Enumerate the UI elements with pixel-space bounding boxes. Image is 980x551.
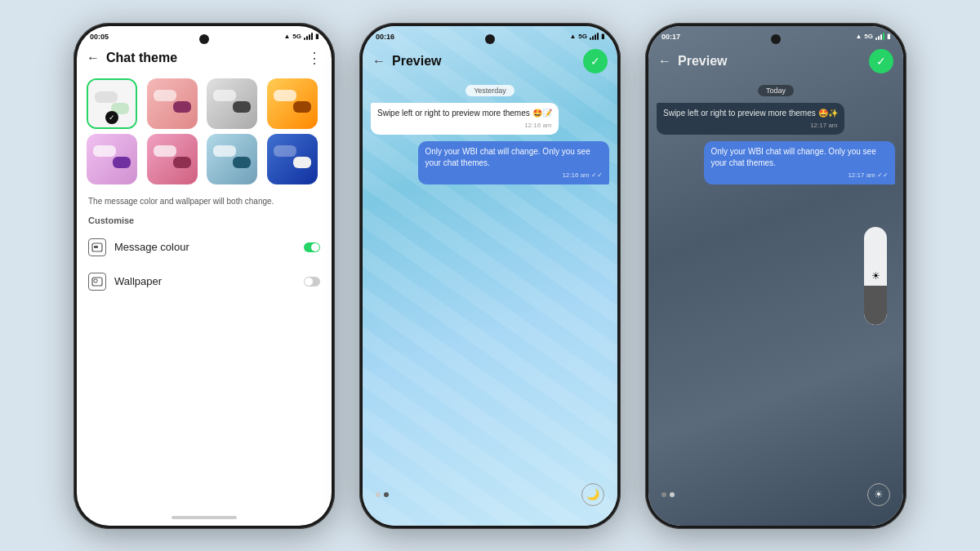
app-bar-1: ← Chat theme ⋮ <box>77 44 332 72</box>
alert-icon: ▲ <box>283 33 290 40</box>
theme-item-5[interactable] <box>147 134 198 184</box>
camera-notch-2 <box>485 34 495 44</box>
back-button-2[interactable]: ← <box>372 54 385 69</box>
msg-text-2b: Only your WBI chat will change. Only you… <box>425 147 590 167</box>
message-colour-setting[interactable]: Message colour <box>77 230 332 264</box>
camera-notch-3 <box>771 34 781 44</box>
theme-item-6[interactable] <box>207 134 257 184</box>
bottom-controls-3: ☀ <box>648 477 903 516</box>
svg-rect-1 <box>94 246 98 248</box>
signal-bar-2d <box>597 33 599 40</box>
msg-time-2a: 12:16 am <box>377 121 552 130</box>
phone-1-screen: 00:05 ▲ 5G ▮ ← Chat theme ⋮ <box>77 26 332 526</box>
signal-bars-2 <box>590 33 599 40</box>
signal-bar-2b <box>592 36 594 40</box>
signal-bar-3 <box>309 34 310 40</box>
network-label-2: 5G <box>578 33 587 40</box>
phone-2: 00:16 ▲ 5G ▮ ← Preview ✓ Yesterday Swi <box>359 23 621 529</box>
light-mode-button-3[interactable]: ☀ <box>867 483 890 506</box>
signal-bar-1 <box>304 38 305 40</box>
status-time-2: 00:16 <box>376 33 394 41</box>
confirm-button-2[interactable]: ✓ <box>583 49 608 73</box>
message-colour-label: Message colour <box>114 241 296 253</box>
status-time-1: 00:05 <box>90 33 109 41</box>
info-text-1: The message color and wallpaper will bot… <box>77 191 332 214</box>
date-badge-3: Today <box>758 85 794 96</box>
msg-sent-2b: Only your WBI chat will change. Only you… <box>418 141 609 184</box>
wallpaper-setting[interactable]: Wallpaper <box>77 264 332 299</box>
theme-item-4[interactable] <box>87 134 137 184</box>
signal-bar-4 <box>311 33 313 40</box>
status-icons-1: ▲ 5G ▮ <box>283 33 318 40</box>
wallpaper-icon <box>88 273 106 291</box>
theme-item-0[interactable]: ✓ <box>87 78 137 129</box>
signal-bar-2c <box>595 34 596 40</box>
status-icons-3: ▲ 5G ▮ <box>855 33 890 40</box>
back-button-1[interactable]: ← <box>87 51 100 65</box>
battery-icon-2: ▮ <box>601 33 604 40</box>
theme-item-1[interactable] <box>147 78 198 129</box>
phone-3: 00:17 ▲ 5G ▮ ← Preview ✓ Today Swipe l <box>645 23 906 529</box>
dot-2b <box>384 492 389 497</box>
alert-icon-3: ▲ <box>855 33 862 40</box>
more-options-button-1[interactable]: ⋮ <box>307 49 322 67</box>
msg-text-3a: Swipe left or right to preview more them… <box>663 109 838 118</box>
camera-notch <box>199 34 209 44</box>
bottom-controls-2: 🌙 <box>363 477 617 516</box>
toggle-thumb-1 <box>311 243 319 251</box>
message-colour-icon <box>88 238 106 256</box>
battery-icon-3: ▮ <box>887 33 890 40</box>
theme-item-7[interactable] <box>267 134 318 184</box>
signal-bar-2 <box>306 36 308 40</box>
page-title-3: Preview <box>678 54 862 69</box>
svg-rect-3 <box>94 279 97 282</box>
dot-3b <box>670 492 675 497</box>
page-title-1: Chat theme <box>106 51 301 65</box>
msg-text-3b: Only your WBI chat will change. Only you… <box>710 147 875 167</box>
dot-3a <box>662 492 666 497</box>
back-button-3[interactable]: ← <box>658 54 671 69</box>
theme-selected-check-0: ✓ <box>105 111 118 124</box>
message-colour-toggle[interactable] <box>304 242 320 252</box>
signal-bar-3b <box>878 36 880 40</box>
signal-bars-3 <box>875 33 884 40</box>
status-icons-2: ▲ 5G ▮ <box>569 33 604 40</box>
dark-mode-button-2[interactable]: 🌙 <box>581 483 604 506</box>
msg-tick-3b: ✓✓ <box>877 171 889 179</box>
network-label-3: 5G <box>864 33 873 40</box>
signal-bar-3c <box>880 34 882 40</box>
wallpaper-label: Wallpaper <box>114 275 296 287</box>
battery-icon-1: ▮ <box>315 33 318 40</box>
alert-icon-2: ▲ <box>569 33 576 40</box>
signal-bars-1 <box>304 33 313 40</box>
msg-tick-2b: ✓✓ <box>591 171 603 179</box>
theme-grid: ✓ <box>77 72 332 191</box>
msg-time-3b: 12:17 am ✓✓ <box>710 171 889 180</box>
msg-time-3a: 12:17 am <box>663 121 838 130</box>
dot-indicators-3 <box>662 492 675 497</box>
page-title-2: Preview <box>392 54 577 69</box>
msg-time-2b: 12:16 am ✓✓ <box>425 171 603 180</box>
customise-label: Customise <box>77 214 332 230</box>
theme-item-2[interactable] <box>207 78 257 129</box>
signal-bar-3d <box>883 33 884 40</box>
msg-received-3a: Swipe left or right to preview more them… <box>657 103 844 135</box>
phone-3-screen: 00:17 ▲ 5G ▮ ← Preview ✓ Today Swipe l <box>648 26 903 526</box>
signal-bar-2a <box>590 38 591 40</box>
dot-indicators-2 <box>376 492 389 497</box>
theme-item-3[interactable] <box>267 78 318 129</box>
home-bar-1 <box>172 516 237 519</box>
wallpaper-toggle[interactable] <box>304 277 320 287</box>
chat-area-3: Today Swipe left or right to preview mor… <box>648 78 903 477</box>
app-bar-2: ← Preview ✓ <box>363 44 617 78</box>
date-badge-2: Yesterday <box>466 85 514 96</box>
msg-text-2a: Swipe left or right to preview more them… <box>377 109 552 118</box>
network-label-1: 5G <box>292 33 301 40</box>
msg-received-2a: Swipe left or right to preview more them… <box>371 103 559 135</box>
phone-2-screen: 00:16 ▲ 5G ▮ ← Preview ✓ Yesterday Swi <box>363 26 617 526</box>
msg-sent-3b: Only your WBI chat will change. Only you… <box>704 141 895 184</box>
phone-1: 00:05 ▲ 5G ▮ ← Chat theme ⋮ <box>74 23 335 529</box>
confirm-button-3[interactable]: ✓ <box>869 49 893 73</box>
app-bar-3: ← Preview ✓ <box>648 44 903 78</box>
dot-2a <box>376 492 381 497</box>
